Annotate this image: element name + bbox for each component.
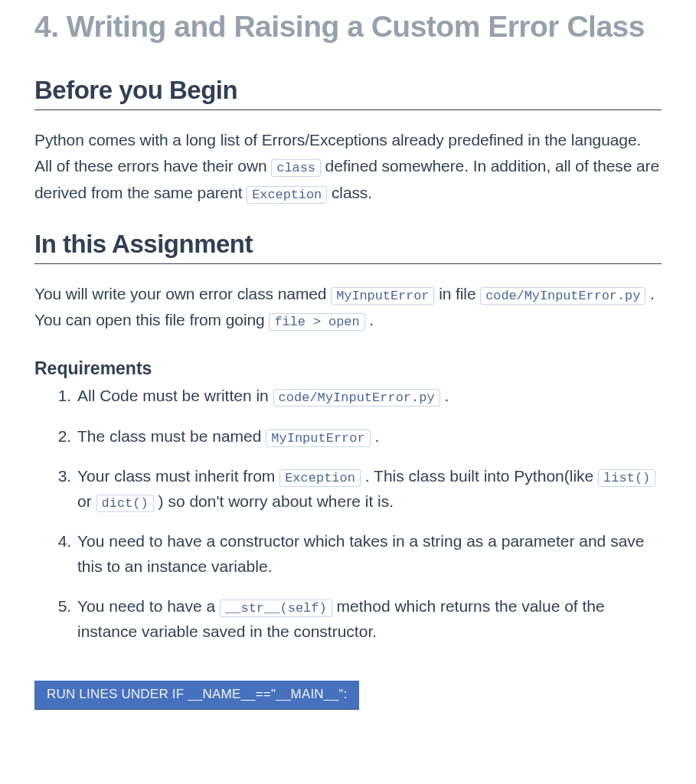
page-title: 4. Writing and Raising a Custom Error Cl…	[34, 9, 662, 45]
list-item: You need to have a __str__(self) method …	[76, 594, 662, 644]
assignment-paragraph: You will write your own error class name…	[34, 281, 662, 334]
code-inline-exception: Exception	[247, 186, 327, 204]
text-fragment: You will write your own error class name…	[34, 285, 331, 302]
text-fragment: class.	[332, 184, 372, 201]
code-inline-myinputerror: MyInputError	[266, 430, 370, 447]
list-item: You need to have a constructor which tak…	[76, 529, 662, 579]
code-inline-list: list()	[598, 469, 655, 487]
code-inline-exception: Exception	[279, 469, 361, 487]
code-inline-dict: dict()	[96, 495, 154, 512]
run-cell-button[interactable]: RUN LINES UNDER IF __NAME__=="__MAIN__":	[34, 681, 359, 709]
code-inline-class: class	[271, 159, 321, 177]
list-item: All Code must be written in code/MyInput…	[76, 384, 662, 409]
text-fragment: .	[445, 387, 449, 404]
code-inline-myinputerror: MyInputError	[331, 287, 434, 305]
assignment-document: 4. Writing and Raising a Custom Error Cl…	[0, 9, 696, 740]
code-inline-filepath: code/MyInputError.py	[273, 389, 440, 407]
text-fragment: The class must be named	[77, 427, 266, 445]
text-fragment: You need to have a	[77, 597, 220, 615]
text-fragment: or	[77, 492, 96, 510]
code-inline-str-method: __str__(self)	[220, 599, 332, 617]
text-fragment: .	[369, 311, 374, 328]
code-inline-filepath: code/MyInputError.py	[480, 287, 645, 305]
text-fragment: Your class must inherit from	[77, 467, 279, 485]
list-item: The class must be named MyInputError .	[76, 424, 662, 449]
text-fragment: .	[375, 427, 380, 445]
before-paragraph: Python comes with a long list of Errors/…	[34, 127, 662, 207]
requirements-list: All Code must be written in code/MyInput…	[34, 384, 662, 644]
text-fragment: ) so don't worry about where it is.	[158, 492, 394, 510]
text-fragment: All Code must be written in	[77, 387, 273, 404]
list-item: Your class must inherit from Exception .…	[76, 464, 662, 514]
text-fragment: . This class built into Python(like	[365, 467, 598, 485]
text-fragment: You need to have a constructor which tak…	[77, 532, 645, 575]
code-inline-fileopen: file > open	[269, 313, 364, 331]
section-heading-assignment: In this Assignment	[34, 230, 662, 264]
requirements-heading: Requirements	[34, 358, 662, 379]
section-heading-before: Before you Begin	[34, 76, 662, 110]
text-fragment: in file	[439, 285, 480, 302]
